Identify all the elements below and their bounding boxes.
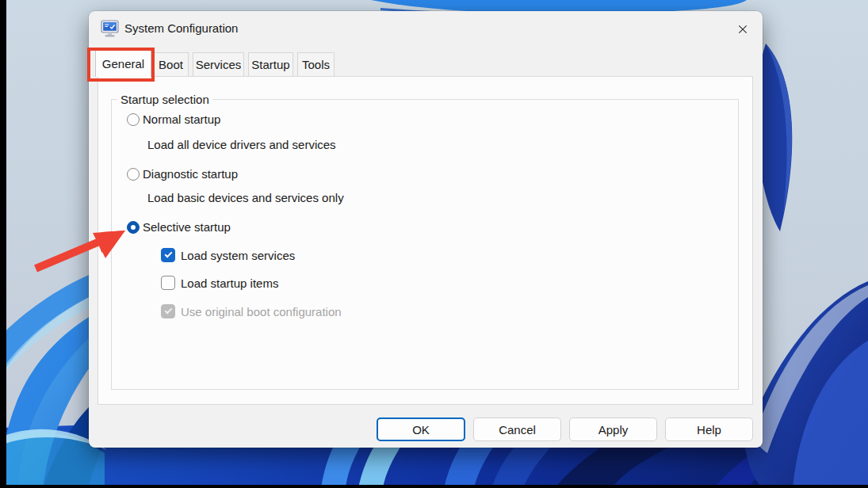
check-icon [164,250,172,258]
use-original-boot-configuration-checkbox [161,304,175,318]
tab-startup[interactable]: Startup [248,52,293,76]
apply-button[interactable]: Apply [569,417,657,441]
arrow-annotation [0,0,159,293]
tab-startup-label: Startup [251,58,289,71]
tab-boot-label: Boot [159,58,183,71]
check-icon [164,307,172,315]
load-startup-items-label[interactable]: Load startup items [181,276,278,291]
tab-services[interactable]: Services [193,52,244,76]
normal-startup-description: Load all device drivers and services [147,138,336,152]
tab-tools-label: Tools [302,58,330,71]
cancel-button[interactable]: Cancel [473,417,561,441]
system-configuration-window: System Configuration General Boot Servic… [89,11,763,448]
desktop: System Configuration General Boot Servic… [0,0,868,488]
title-bar: System Configuration [89,11,763,48]
ok-button[interactable]: OK [377,417,465,441]
use-original-boot-configuration-label: Use original boot configuration [181,305,342,319]
tab-services-label: Services [196,58,242,71]
close-icon[interactable] [733,20,752,39]
load-system-services-label[interactable]: Load system services [181,249,295,263]
load-system-services-checkbox[interactable] [161,248,175,262]
tab-tools[interactable]: Tools [297,52,335,76]
load-startup-items-checkbox[interactable] [161,276,175,290]
help-button[interactable]: Help [665,417,753,441]
diagnostic-startup-description: Load basic devices and services only [147,191,344,205]
